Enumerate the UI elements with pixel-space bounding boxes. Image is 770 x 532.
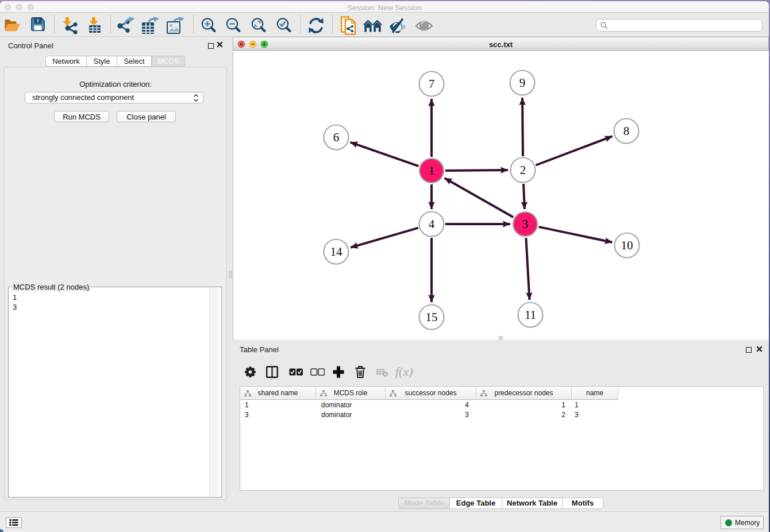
svg-text:14: 14 [330,245,343,259]
svg-text:2: 2 [520,163,526,177]
svg-text:10: 10 [621,238,633,252]
svg-text:1: 1 [429,164,435,178]
svg-text:8: 8 [623,124,630,138]
svg-text:9: 9 [519,76,526,90]
svg-text:6: 6 [333,130,340,144]
svg-text:11: 11 [525,308,536,322]
svg-text:4: 4 [429,217,435,231]
svg-text:7: 7 [429,77,435,91]
svg-text:15: 15 [426,310,438,324]
svg-text:3: 3 [522,217,529,231]
